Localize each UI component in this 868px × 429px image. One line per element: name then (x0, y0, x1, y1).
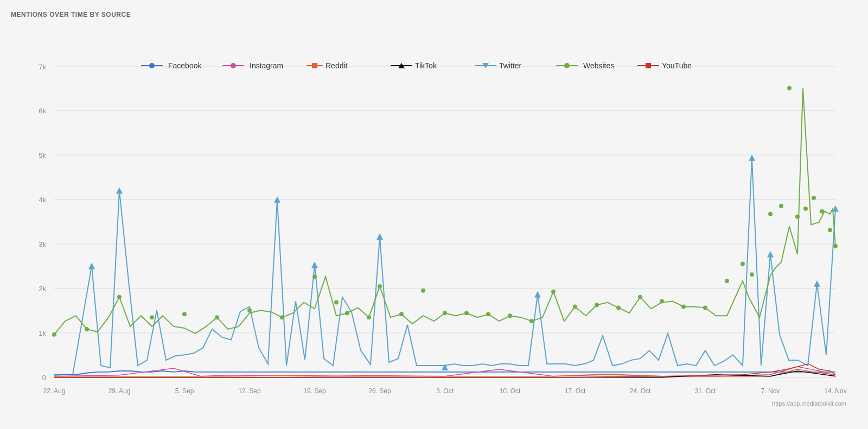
svg-point-74 (795, 215, 800, 219)
svg-point-76 (812, 196, 816, 200)
svg-point-77 (820, 209, 824, 214)
svg-marker-38 (814, 280, 820, 287)
svg-text:26. Sep: 26. Sep (368, 387, 391, 395)
svg-marker-30 (116, 187, 123, 194)
svg-text:7. Nov: 7. Nov (761, 387, 780, 395)
svg-point-54 (421, 289, 425, 293)
svg-text:YouTube: YouTube (662, 61, 692, 70)
chart-area: .grid-line { stroke: #ddd; stroke-width:… (11, 24, 852, 409)
svg-point-58 (508, 313, 512, 318)
chart-title: MENTIONS OVER TIME BY SOURCE (11, 11, 852, 18)
svg-point-59 (529, 319, 534, 323)
svg-point-63 (616, 305, 621, 310)
svg-text:17. Oct: 17. Oct (565, 387, 586, 395)
svg-text:Websites: Websites (583, 61, 614, 70)
svg-point-75 (803, 207, 808, 211)
svg-point-42 (117, 295, 122, 299)
svg-point-47 (280, 315, 284, 319)
svg-marker-35 (534, 291, 541, 298)
svg-point-49 (334, 300, 339, 305)
svg-point-51 (367, 315, 371, 319)
svg-point-40 (52, 332, 56, 337)
chart-container: MENTIONS OVER TIME BY SOURCE .grid-line … (0, 0, 868, 429)
svg-text:Twitter: Twitter (499, 61, 522, 70)
svg-text:10. Oct: 10. Oct (500, 387, 521, 395)
svg-point-72 (779, 204, 783, 208)
svg-marker-37 (767, 251, 774, 258)
svg-point-44 (182, 312, 187, 316)
svg-text:2k: 2k (39, 285, 46, 293)
svg-point-57 (486, 312, 490, 316)
watermark: https://app.mediatoolkit.com (772, 400, 846, 407)
svg-point-56 (464, 311, 469, 315)
svg-text:0: 0 (42, 374, 46, 382)
svg-text:22. Aug: 22. Aug (43, 387, 66, 395)
svg-text:29. Aug: 29. Aug (108, 387, 131, 395)
svg-text:5k: 5k (39, 151, 46, 159)
svg-text:4k: 4k (39, 196, 46, 204)
svg-text:12. Sep: 12. Sep (238, 387, 261, 395)
svg-text:1k: 1k (39, 329, 46, 337)
svg-marker-33 (376, 233, 383, 240)
svg-marker-36 (749, 155, 755, 161)
svg-point-79 (833, 244, 838, 248)
svg-point-68 (725, 279, 729, 283)
svg-point-50 (345, 311, 349, 315)
svg-marker-32 (311, 261, 318, 268)
svg-point-46 (247, 308, 252, 312)
svg-text:TikTok: TikTok (415, 61, 437, 70)
svg-text:Reddit: Reddit (326, 61, 348, 70)
svg-point-66 (681, 304, 686, 309)
svg-text:3. Oct: 3. Oct (436, 387, 454, 395)
svg-text:31. Oct: 31. Oct (695, 387, 716, 395)
svg-text:Facebook: Facebook (168, 61, 202, 70)
svg-text:7k: 7k (39, 63, 46, 71)
svg-point-60 (551, 290, 556, 294)
svg-point-67 (703, 305, 707, 310)
svg-point-78 (828, 228, 832, 232)
svg-text:6k: 6k (39, 107, 46, 115)
svg-point-52 (378, 284, 382, 289)
svg-point-55 (443, 311, 447, 315)
svg-text:24. Oct: 24. Oct (630, 387, 651, 395)
svg-point-65 (660, 299, 664, 304)
svg-text:19. Sep: 19. Sep (303, 387, 326, 395)
svg-point-64 (638, 295, 642, 299)
svg-text:Instagram: Instagram (250, 61, 283, 70)
svg-point-43 (150, 315, 154, 319)
svg-text:3k: 3k (39, 240, 46, 248)
svg-point-71 (768, 212, 773, 216)
svg-point-48 (312, 274, 317, 279)
svg-point-53 (399, 312, 404, 316)
svg-marker-29 (88, 262, 95, 269)
svg-point-69 (741, 261, 745, 266)
svg-point-45 (215, 315, 219, 319)
svg-point-70 (750, 272, 754, 277)
svg-point-62 (595, 303, 599, 307)
svg-point-61 (573, 304, 577, 309)
svg-point-73 (787, 86, 792, 91)
svg-point-41 (85, 327, 89, 331)
svg-text:5. Sep: 5. Sep (175, 387, 194, 395)
svg-text:14. Nov: 14. Nov (824, 387, 846, 395)
